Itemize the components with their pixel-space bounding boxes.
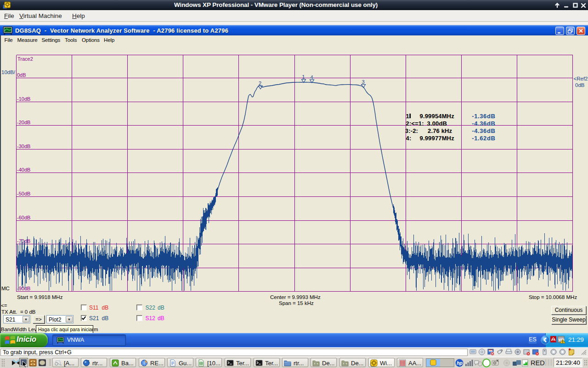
svg-text:-30dB: -30dB [17,144,30,149]
svg-text:-20dB: -20dB [17,120,30,125]
svg-text:0dB: 0dB [575,82,585,88]
svg-text:3.00dB: 3.00dB [427,120,447,127]
svg-text:-60dB: -60dB [17,215,30,220]
svg-text:3:-2:: 3:-2: [405,127,418,134]
svg-text:-4.36dB: -4.36dB [472,127,495,134]
svg-text:1: 1 [406,113,409,120]
svg-text:-1.62dB: -1.62dB [472,135,495,142]
svg-text:2:<=1:: 2:<=1: [406,120,424,127]
svg-text:2.76 kHz: 2.76 kHz [428,127,452,134]
svg-text:-1.36dB: -1.36dB [472,113,495,120]
svg-text:4:: 4: [406,135,412,142]
svg-text:-50dB: -50dB [17,191,30,196]
svg-text:-40dB: -40dB [17,167,30,172]
svg-text:-90dB: -90dB [17,286,30,291]
svg-text:-4.36dB: -4.36dB [472,120,495,127]
svg-text:10dB/: 10dB/ [1,69,16,75]
svg-text:9.99954MHz: 9.99954MHz [420,113,455,120]
svg-text:2: 2 [259,80,261,86]
svg-text:<Ref2: <Ref2 [574,76,588,81]
svg-text:3: 3 [362,79,365,85]
svg-text:MC: MC [1,286,10,291]
svg-text:-10dB: -10dB [17,96,30,102]
svg-text:-70dB: -70dB [17,238,30,244]
svg-text:hp: hp [457,360,463,366]
svg-text:4: 4 [311,75,313,80]
svg-text:9.99977MHz: 9.99977MHz [420,135,455,142]
svg-text:1: 1 [302,74,305,80]
svg-text:Center = 9.9993 MHz: Center = 9.9993 MHz [270,294,321,300]
svg-text:Start = 9.9918 MHz: Start = 9.9918 MHz [17,294,63,300]
svg-text:0dB: 0dB [17,72,26,78]
svg-text:Span = 15 kHz: Span = 15 kHz [279,300,314,306]
svg-text:Trace2: Trace2 [17,56,33,62]
svg-text:Stop = 10.0068 MHz: Stop = 10.0068 MHz [529,294,577,300]
